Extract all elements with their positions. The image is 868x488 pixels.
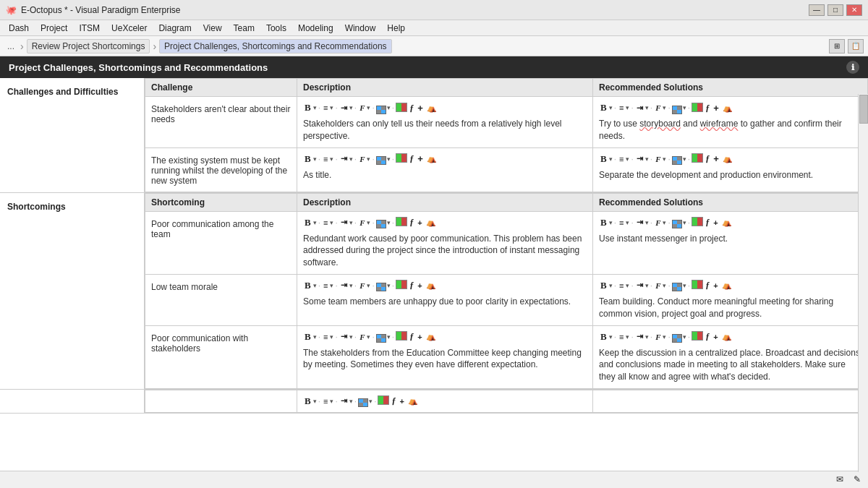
ss1-font[interactable]: F: [654, 218, 662, 228]
plus-btn-1[interactable]: +: [416, 102, 425, 114]
scrollbar-track[interactable]: [858, 94, 868, 472]
menu-uexceler[interactable]: UeXceler: [106, 22, 153, 35]
plus-btn-2[interactable]: +: [416, 153, 425, 165]
s3-plus[interactable]: +: [416, 332, 423, 342]
ss2-bold[interactable]: B: [599, 279, 608, 292]
ss3-table[interactable]: [672, 330, 682, 343]
table-icon-2[interactable]: [376, 153, 386, 165]
ss2-font[interactable]: F: [654, 281, 662, 291]
menu-modeling[interactable]: Modeling: [292, 22, 339, 35]
sol-bold-btn-2[interactable]: B: [599, 153, 608, 166]
ss3-plus[interactable]: +: [712, 332, 719, 342]
menu-diagram[interactable]: Diagram: [153, 22, 197, 35]
ss3-color[interactable]: [692, 331, 703, 342]
menu-view[interactable]: View: [197, 22, 228, 35]
p-color[interactable]: [378, 395, 389, 406]
sol-table-icon-1[interactable]: [672, 102, 682, 114]
breadcrumb-dots[interactable]: ...: [4, 40, 17, 53]
menu-help[interactable]: Help: [381, 22, 411, 35]
s1-plus[interactable]: +: [416, 218, 423, 228]
ss1-bold[interactable]: B: [599, 216, 608, 229]
scrollbar-thumb[interactable]: [859, 95, 868, 124]
font-btn-2[interactable]: F: [358, 154, 366, 164]
sol-font-btn-1[interactable]: F: [654, 103, 662, 113]
s1-indent[interactable]: ⇥: [339, 217, 349, 228]
s1-list[interactable]: ≡: [322, 218, 329, 228]
ss3-font[interactable]: F: [654, 332, 662, 342]
ss3-indent[interactable]: ⇥: [635, 331, 644, 342]
s3-color[interactable]: [396, 331, 407, 342]
indent-btn-1[interactable]: ⇥: [339, 103, 349, 114]
ss1-color[interactable]: [692, 217, 703, 228]
sol-italic-f-btn-1[interactable]: ƒ: [704, 102, 711, 114]
view-icon-2[interactable]: 📋: [848, 39, 864, 53]
s2-list[interactable]: ≡: [322, 281, 329, 291]
s1-tent[interactable]: ⛺: [425, 217, 438, 228]
s2-indent[interactable]: ⇥: [339, 280, 349, 291]
ss3-italic-f[interactable]: ƒ: [704, 330, 711, 343]
s2-plus[interactable]: +: [416, 281, 423, 291]
table-icon-1[interactable]: [376, 102, 386, 114]
ss3-bold[interactable]: B: [599, 330, 608, 343]
sol-plus-btn-1[interactable]: +: [712, 102, 720, 114]
ss1-list[interactable]: ≡: [618, 218, 625, 228]
s2-font[interactable]: F: [358, 281, 366, 291]
list-btn-1[interactable]: ≡: [322, 103, 329, 113]
ss2-color[interactable]: [692, 280, 703, 291]
view-icon-1[interactable]: ⊞: [829, 39, 845, 53]
s3-bold[interactable]: B: [303, 330, 312, 343]
sol-indent-btn-2[interactable]: ⇥: [635, 153, 644, 164]
ss1-table[interactable]: [672, 216, 682, 228]
email-icon[interactable]: ✉: [833, 473, 846, 486]
p-italic-f[interactable]: ƒ: [390, 395, 397, 407]
ss2-italic-f[interactable]: ƒ: [704, 279, 711, 291]
sol-indent-btn-1[interactable]: ⇥: [635, 103, 644, 114]
color-icon-1[interactable]: [396, 103, 407, 114]
s2-bold[interactable]: B: [303, 279, 312, 292]
info-icon[interactable]: ℹ: [846, 61, 859, 74]
s1-table[interactable]: [376, 216, 386, 228]
s3-list[interactable]: ≡: [322, 332, 329, 342]
ss2-table[interactable]: [672, 279, 682, 291]
sol-color-icon-2[interactable]: [692, 153, 703, 164]
tent-btn-2[interactable]: ⛺: [425, 153, 438, 164]
ss2-plus[interactable]: +: [712, 281, 719, 291]
menu-tools[interactable]: Tools: [260, 22, 292, 35]
tent-btn-1[interactable]: ⛺: [425, 103, 438, 114]
s2-tent[interactable]: ⛺: [425, 280, 438, 291]
s2-table[interactable]: [376, 279, 386, 291]
color-icon-2[interactable]: [396, 153, 407, 164]
s3-font[interactable]: F: [358, 332, 366, 342]
window-controls[interactable]: — □ ✕: [809, 4, 862, 16]
ss3-tent[interactable]: ⛺: [720, 331, 733, 342]
p-bold[interactable]: B: [303, 395, 312, 408]
menu-dash[interactable]: Dash: [3, 22, 35, 35]
p-table[interactable]: [358, 395, 368, 407]
ss1-indent[interactable]: ⇥: [635, 217, 644, 228]
ss2-tent[interactable]: ⛺: [720, 280, 733, 291]
sol-tent-btn-2[interactable]: ⛺: [721, 153, 734, 164]
menu-window[interactable]: Window: [339, 22, 382, 35]
indent-btn-2[interactable]: ⇥: [339, 153, 349, 164]
s2-color[interactable]: [396, 280, 407, 291]
s1-font[interactable]: F: [358, 218, 366, 228]
sol-tent-btn-1[interactable]: ⛺: [721, 103, 734, 114]
breadcrumb-item-2[interactable]: Project Challenges, Shortcomings and Rec…: [159, 39, 392, 53]
s1-bold[interactable]: B: [303, 216, 312, 229]
list-btn-2[interactable]: ≡: [322, 154, 329, 164]
s3-indent[interactable]: ⇥: [339, 331, 349, 342]
s2-italic-f[interactable]: ƒ: [408, 279, 415, 291]
sol-table-icon-2[interactable]: [672, 153, 682, 165]
sol-bold-btn-1[interactable]: B: [599, 101, 608, 114]
minimize-button[interactable]: —: [809, 4, 825, 16]
ss3-list[interactable]: ≡: [618, 332, 625, 342]
close-button[interactable]: ✕: [846, 4, 862, 16]
italic-f-btn-1[interactable]: ƒ: [408, 102, 415, 114]
s3-table[interactable]: [376, 330, 386, 343]
s3-tent[interactable]: ⛺: [425, 331, 438, 342]
breadcrumb-item-1[interactable]: Review Project Shortcomings: [27, 39, 150, 53]
p-indent[interactable]: ⇥: [339, 395, 349, 406]
sol-plus-btn-2[interactable]: +: [712, 153, 720, 165]
menu-team[interactable]: Team: [228, 22, 260, 35]
p-tent[interactable]: ⛺: [407, 395, 420, 406]
